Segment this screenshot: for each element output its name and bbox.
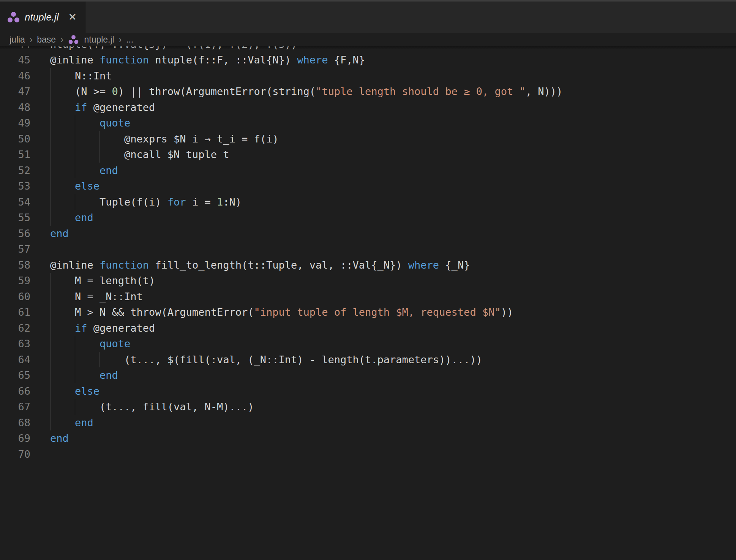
indent-guide	[50, 84, 51, 100]
code-line[interactable]: 47 (N >= 0) || throw(ArgumentError(strin…	[0, 84, 736, 100]
breadcrumb-item-symbol[interactable]: ...	[126, 35, 133, 45]
code-editor[interactable]: 44ntuple(f, ::Val{3}) = (f(1), f(2), f(3…	[0, 46, 736, 560]
line-content	[50, 241, 736, 257]
indent-guide	[100, 352, 100, 368]
code-line[interactable]: 64 (t..., $(fill(:val, (_N::Int) - lengt…	[0, 352, 736, 368]
line-number: 67	[0, 399, 30, 415]
code-line[interactable]: 63 quote	[0, 336, 736, 352]
indent-guide	[50, 194, 51, 210]
line-number: 59	[0, 273, 30, 289]
indent-guide	[50, 100, 51, 115]
line-content: end	[50, 210, 736, 226]
line-content: end	[50, 163, 736, 179]
indent-guide	[100, 147, 100, 163]
code-line[interactable]: 54 Tuple(f(i) for i = 1:N)	[0, 194, 736, 210]
breadcrumb: julia › base › ntuple.jl › ...	[0, 33, 736, 46]
indent-guide	[50, 399, 51, 415]
line-number: 49	[0, 115, 30, 131]
line-number: 47	[0, 84, 30, 100]
line-number: 57	[0, 241, 30, 257]
line-content: ntuple(f, ::Val{3}) = (f(1), f(2), f(3))	[50, 46, 736, 52]
line-number: 52	[0, 163, 30, 179]
line-number: 56	[0, 226, 30, 242]
line-content: (N >= 0) || throw(ArgumentError(string("…	[50, 84, 736, 100]
code-line[interactable]: 56end	[0, 226, 736, 242]
indent-guide	[100, 131, 100, 147]
indent-guide	[50, 367, 51, 383]
code-line[interactable]: 58@inline function fill_to_length(t::Tup…	[0, 257, 736, 273]
line-content: quote	[50, 336, 736, 352]
line-content: @ncall $N tuple t	[50, 147, 736, 163]
indent-guide	[50, 304, 51, 320]
code-line[interactable]: 68 end	[0, 415, 736, 431]
code-line[interactable]: 53 else	[0, 178, 736, 194]
line-number: 54	[0, 194, 30, 210]
indent-guide	[50, 68, 51, 84]
code-line[interactable]: 60 N = _N::Int	[0, 289, 736, 305]
line-number: 62	[0, 320, 30, 336]
tab-ntuple-jl[interactable]: ntuple.jl ✕	[0, 2, 85, 33]
breadcrumb-item-julia[interactable]: julia	[9, 35, 25, 45]
line-content: end	[50, 415, 736, 431]
line-content: end	[50, 226, 736, 242]
close-icon[interactable]: ✕	[66, 11, 78, 23]
indent-guide	[75, 367, 75, 383]
indent-guide	[50, 352, 51, 368]
code-line[interactable]: 70	[0, 446, 736, 462]
code-line[interactable]: 50 @nexprs $N i → t_i = f(i)	[0, 131, 736, 147]
line-content: if @generated	[50, 320, 736, 336]
code-line[interactable]: 66 else	[0, 383, 736, 399]
line-content: end	[50, 367, 736, 383]
indent-guide	[50, 115, 51, 131]
line-content: M = length(t)	[50, 273, 736, 289]
breadcrumb-item-file[interactable]: ntuple.jl	[84, 35, 114, 45]
code-line[interactable]: 46 N::Int	[0, 68, 736, 84]
code-line[interactable]: 69end	[0, 430, 736, 446]
line-content: @inline function fill_to_length(t::Tuple…	[50, 257, 736, 273]
indent-guide	[75, 115, 75, 131]
line-content: N = _N::Int	[50, 289, 736, 305]
breadcrumb-item-base[interactable]: base	[37, 35, 56, 45]
code-line[interactable]: 48 if @generated	[0, 100, 736, 115]
julia-icon	[8, 12, 19, 23]
indent-guide	[50, 210, 51, 226]
code-line[interactable]: 44ntuple(f, ::Val{3}) = (f(1), f(2), f(3…	[0, 46, 736, 52]
chevron-right-icon: ›	[60, 33, 63, 46]
chevron-right-icon: ›	[119, 33, 122, 46]
line-number: 61	[0, 304, 30, 320]
line-number: 51	[0, 147, 30, 163]
indent-guide	[50, 336, 51, 352]
indent-guide	[75, 147, 75, 163]
line-number: 60	[0, 289, 30, 305]
code-line[interactable]: 65 end	[0, 367, 736, 383]
code-line[interactable]: 51 @ncall $N tuple t	[0, 147, 736, 163]
line-content: (t..., $(fill(:val, (_N::Int) - length(t…	[50, 352, 736, 368]
code-line[interactable]: 59 M = length(t)	[0, 273, 736, 289]
code-line[interactable]: 55 end	[0, 210, 736, 226]
code-line[interactable]: 49 quote	[0, 115, 736, 131]
line-content: else	[50, 178, 736, 194]
indent-guide	[50, 131, 51, 147]
line-content: (t..., fill(val, N-M)...)	[50, 399, 736, 415]
tab-bar: ntuple.jl ✕	[0, 2, 736, 33]
code-line[interactable]: 52 end	[0, 163, 736, 179]
indent-guide	[50, 147, 51, 163]
indent-guide	[75, 399, 75, 415]
indent-guide	[75, 352, 75, 368]
code-line[interactable]: 61 M > N && throw(ArgumentError("input t…	[0, 304, 736, 320]
line-content: @inline function ntuple(f::F, ::Val{N}) …	[50, 52, 736, 68]
line-content: else	[50, 383, 736, 399]
code-lines: 44ntuple(f, ::Val{3}) = (f(1), f(2), f(3…	[0, 46, 736, 462]
line-number: 65	[0, 367, 30, 383]
indent-guide	[50, 273, 51, 289]
julia-icon	[69, 35, 79, 44]
code-line[interactable]: 67 (t..., fill(val, N-M)...)	[0, 399, 736, 415]
line-number: 69	[0, 430, 30, 446]
indent-guide	[50, 178, 51, 194]
line-content: quote	[50, 115, 736, 131]
line-number: 50	[0, 131, 30, 147]
code-line[interactable]: 45@inline function ntuple(f::F, ::Val{N}…	[0, 52, 736, 68]
code-line[interactable]: 62 if @generated	[0, 320, 736, 336]
code-line[interactable]: 57	[0, 241, 736, 257]
tab-title: ntuple.jl	[25, 11, 61, 23]
